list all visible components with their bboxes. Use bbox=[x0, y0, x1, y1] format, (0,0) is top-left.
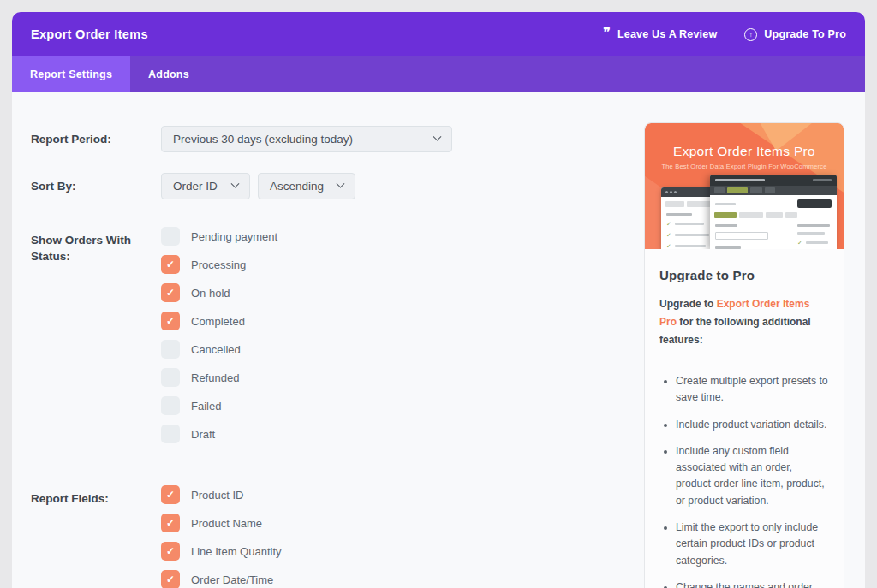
field-option-label: Product Name bbox=[191, 517, 262, 530]
mini-button bbox=[797, 199, 832, 208]
intro-suffix: for the following additional features: bbox=[659, 316, 811, 346]
report-period-row: Report Period: Previous 30 days (excludi… bbox=[31, 126, 635, 152]
checkbox[interactable]: ✓ bbox=[161, 283, 180, 302]
arrow-up-circle-icon: ↑ bbox=[744, 28, 757, 41]
check-icon: ✓ bbox=[166, 287, 175, 299]
sort-by-row: Sort By: Order ID Ascending bbox=[31, 173, 635, 199]
status-option-failed[interactable]: ✓ Failed bbox=[161, 396, 277, 415]
upgrade-to-pro-link[interactable]: ↑ Upgrade To Pro bbox=[744, 28, 846, 41]
tab-bar: Report Settings Addons bbox=[12, 56, 865, 92]
field-option-label: Line Item Quantity bbox=[191, 545, 282, 558]
status-option-label: Draft bbox=[191, 428, 215, 441]
status-option-refunded[interactable]: ✓ Refunded bbox=[161, 368, 277, 387]
upgrade-pro-body: Upgrade to Pro Upgrade to Export Order I… bbox=[645, 249, 844, 588]
status-option-onhold[interactable]: ✓ On hold bbox=[161, 283, 277, 302]
field-option-label: Order Date/Time bbox=[191, 573, 273, 586]
app-header: Export Order Items ❞ Leave Us A Review ↑… bbox=[12, 12, 865, 56]
upgrade-label: Upgrade To Pro bbox=[764, 28, 846, 40]
checkbox[interactable]: ✓ bbox=[161, 542, 180, 561]
status-option-cancelled[interactable]: ✓ Cancelled bbox=[161, 340, 277, 359]
content-area: Report Period: Previous 30 days (excludi… bbox=[12, 92, 865, 588]
quote-icon: ❞ bbox=[603, 28, 611, 37]
status-option-completed[interactable]: ✓ Completed bbox=[161, 312, 277, 330]
status-option-label: Pending payment bbox=[191, 230, 277, 243]
status-option-processing[interactable]: ✓ Processing bbox=[161, 255, 277, 274]
status-option-pending[interactable]: ✓ Pending payment bbox=[161, 227, 277, 246]
tab-addons-label: Addons bbox=[148, 68, 189, 80]
checkbox[interactable]: ✓ bbox=[161, 485, 180, 504]
page-title: Export Order Items bbox=[31, 27, 148, 41]
upgrade-pro-heading: Upgrade to Pro bbox=[659, 268, 829, 282]
checkbox[interactable]: ✓ bbox=[161, 396, 180, 415]
report-period-label: Report Period: bbox=[31, 126, 161, 148]
report-period-value: Previous 30 days (excluding today) bbox=[173, 133, 353, 146]
check-icon: ✓ bbox=[166, 258, 175, 270]
chevron-down-icon bbox=[231, 180, 240, 188]
tab-report-settings-label: Report Settings bbox=[30, 68, 112, 80]
status-option-label: Completed bbox=[191, 315, 245, 328]
order-status-row: Show Orders With Status: ✓ Pending payme… bbox=[31, 227, 635, 453]
status-option-label: Cancelled bbox=[191, 343, 241, 356]
tab-report-settings[interactable]: Report Settings bbox=[12, 56, 130, 92]
upgrade-pro-card: Export Order Items Pro The Best Order Da… bbox=[644, 122, 844, 588]
pro-feature-item: Include product variation details. bbox=[676, 417, 829, 433]
order-status-label: Show Orders With Status: bbox=[31, 227, 161, 265]
field-option-line-item-quantity[interactable]: ✓ Line Item Quantity bbox=[161, 542, 282, 561]
status-option-draft[interactable]: ✓ Draft bbox=[161, 425, 277, 443]
pro-features-list: Create multiple export presets to save t… bbox=[659, 373, 829, 588]
field-option-order-datetime[interactable]: ✓ Order Date/Time bbox=[161, 570, 282, 588]
promo-subtitle: The Best Order Data Export Plugin For Wo… bbox=[645, 163, 844, 170]
status-option-label: On hold bbox=[191, 287, 230, 300]
pro-feature-item: Include any custom field associated with… bbox=[676, 443, 829, 509]
report-fields-row: Report Fields: ✓ Product ID ✓ Product Na… bbox=[31, 485, 635, 588]
report-fields-label: Report Fields: bbox=[31, 485, 161, 508]
intro-prefix: Upgrade to bbox=[659, 298, 717, 310]
sort-direction-value: Ascending bbox=[270, 180, 324, 193]
checkbox[interactable]: ✓ bbox=[161, 340, 180, 359]
status-option-label: Refunded bbox=[191, 371, 239, 384]
mini-subtabs bbox=[710, 211, 837, 222]
order-status-list: ✓ Pending payment ✓ Processing ✓ On hold… bbox=[161, 227, 277, 453]
check-icon: ✓ bbox=[166, 573, 175, 585]
tab-addons[interactable]: Addons bbox=[130, 56, 207, 92]
pro-feature-item: Create multiple export presets to save t… bbox=[676, 373, 829, 407]
report-settings-form: Report Period: Previous 30 days (excludi… bbox=[31, 92, 635, 588]
report-period-select[interactable]: Previous 30 days (excluding today) bbox=[161, 126, 452, 152]
check-icon: ✓ bbox=[166, 517, 175, 529]
field-option-product-name[interactable]: ✓ Product Name bbox=[161, 514, 282, 532]
promo-title: Export Order Items Pro bbox=[645, 144, 844, 159]
plugin-settings-card: Export Order Items ❞ Leave Us A Review ↑… bbox=[12, 12, 865, 588]
report-fields-list: ✓ Product ID ✓ Product Name ✓ Line Item … bbox=[161, 485, 282, 588]
sort-field-select[interactable]: Order ID bbox=[161, 173, 250, 199]
chevron-down-icon bbox=[433, 133, 442, 141]
checkbox[interactable]: ✓ bbox=[161, 312, 180, 330]
pro-feature-item: Limit the export to only include certain… bbox=[676, 520, 829, 569]
check-icon: ✓ bbox=[166, 315, 175, 327]
check-icon: ✓ bbox=[166, 545, 175, 557]
sort-direction-select[interactable]: Ascending bbox=[258, 173, 355, 199]
status-option-label: Processing bbox=[191, 258, 246, 271]
checkbox[interactable]: ✓ bbox=[161, 255, 180, 274]
mini-select bbox=[715, 232, 768, 240]
upgrade-pro-intro: Upgrade to Export Order Items Pro for th… bbox=[659, 295, 829, 349]
mini-header bbox=[710, 175, 837, 186]
field-option-product-id[interactable]: ✓ Product ID bbox=[161, 485, 282, 504]
leave-review-link[interactable]: ❞ Leave Us A Review bbox=[603, 28, 717, 40]
checkbox[interactable]: ✓ bbox=[161, 425, 180, 443]
checkbox[interactable]: ✓ bbox=[161, 227, 180, 246]
mini-nav bbox=[710, 186, 837, 195]
header-actions: ❞ Leave Us A Review ↑ Upgrade To Pro bbox=[603, 28, 846, 41]
chevron-down-icon bbox=[337, 180, 345, 188]
field-option-label: Product ID bbox=[191, 489, 243, 502]
checkbox[interactable]: ✓ bbox=[161, 570, 180, 588]
leave-review-label: Leave Us A Review bbox=[617, 28, 717, 40]
pro-feature-item: Change the names and order bbox=[676, 579, 829, 588]
promo-banner[interactable]: Export Order Items Pro The Best Order Da… bbox=[645, 123, 844, 249]
checkbox[interactable]: ✓ bbox=[161, 514, 180, 532]
sort-by-label: Sort By: bbox=[31, 173, 161, 195]
checkbox[interactable]: ✓ bbox=[161, 368, 180, 387]
mini-toolbar bbox=[710, 195, 837, 211]
check-icon: ✓ bbox=[166, 489, 175, 501]
promo-screenshot-front: ✓ ✓ ✓ bbox=[710, 175, 837, 249]
sort-field-value: Order ID bbox=[173, 180, 218, 193]
